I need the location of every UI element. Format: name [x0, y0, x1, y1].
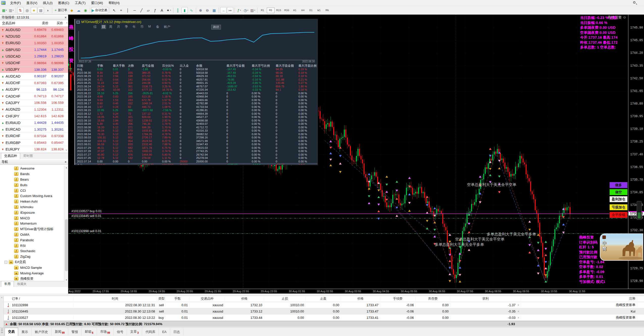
nav-item-Bulls[interactable]: ƒBulls — [0, 182, 68, 188]
bottom-tab-邮箱[interactable]: 邮箱6 — [82, 328, 97, 336]
nav-item-Stochastic[interactable]: ƒStochastic — [0, 248, 68, 254]
mw-row-USDJPY[interactable]: ▲USDJPY138.336138.337 — [0, 66, 68, 73]
cursor-button[interactable]: ↖ — [111, 7, 117, 13]
trendline-button[interactable]: ╱ — [138, 7, 145, 13]
stats-row-2022.08.11[interactable]: 2022.08.1119.055.25321828.691.90 %044527… — [75, 115, 317, 119]
orders-column-时间[interactable]: 时间 — [73, 297, 157, 301]
fibonacci-button[interactable]: ƒ — [152, 7, 158, 13]
scrollbar-thumb[interactable] — [65, 219, 68, 271]
stats-menu-季[interactable]: 季 — [125, 25, 128, 29]
orders-column-手续费[interactable]: 手续费 — [380, 297, 416, 301]
nav-item-ZigZag[interactable]: ƒZigZag — [0, 254, 68, 259]
channel-button[interactable]: ▱ — [145, 7, 151, 13]
close-icon[interactable]: × — [65, 15, 67, 19]
candlestick-button[interactable]: ▮ — [182, 7, 188, 13]
stats-row-2022.07.27[interactable]: 2022.07.2745.805.124761464.905.80 %02674… — [75, 153, 317, 157]
stats-row-2022.08.26[interactable]: 2022.08.264.210.64141256.660.52 %049257.… — [75, 78, 317, 82]
nav-item-Parabolic[interactable]: ƒParabolic — [0, 237, 68, 243]
stats-menu-币[interactable]: 币 — [140, 25, 144, 29]
search-icon[interactable] — [633, 1, 635, 4]
mw-row-EURGBP[interactable]: ▼EURGBP0.854430.85447 — [0, 139, 68, 146]
stats-row-2022.07.26[interactable]: 2022.07.2612.785.12132278.041.11 %025278… — [75, 156, 317, 160]
timeframe-W1[interactable]: W1 — [315, 8, 323, 13]
mw-row-EURJPY[interactable]: ▼EURJPY138.824138.824 — [0, 146, 68, 153]
close-position-icon[interactable]: × — [518, 316, 519, 320]
mw-tab-交易品种[interactable]: 交易品种 — [1, 153, 20, 159]
stats-menu-年[interactable]: 年 — [133, 25, 136, 29]
chart-area[interactable]: XAUUSD,M5 #101133527 buy 0.01#101133445 … — [68, 15, 644, 294]
bottom-tab-新闻[interactable]: 新闻99 — [51, 328, 68, 336]
stats-row-2022.07.28[interactable]: 2022.07.2837.075.124151000.313.74 %02774… — [75, 150, 317, 153]
nav-item-Bands[interactable]: ƒBands — [0, 171, 68, 177]
nav-item-Moving Average[interactable]: ◈Moving Average — [0, 270, 68, 276]
mtdriver-stats-panel[interactable]: MTDriver统计 ,V3.12 (http://mtdriver.cn) 综… — [74, 19, 318, 165]
close-icon[interactable]: × — [65, 160, 67, 164]
arrows-button[interactable]: ✦▾ — [166, 7, 172, 13]
tile-windows-button[interactable]: ▦ — [211, 7, 217, 13]
new-chart-button[interactable]: ▦▾ — [1, 7, 8, 13]
signals-button[interactable]: ◉ — [82, 7, 89, 13]
stats-menu-M[interactable]: M — [148, 25, 151, 28]
mw-row-CADJPY[interactable]: ▼CADJPY106.556106.559 — [0, 100, 68, 106]
stats-row-2022.08.09[interactable]: 2022.08.095.390.45206746.351.79 %042459.… — [75, 122, 317, 126]
line-chart-button[interactable]: ∿ — [188, 7, 195, 13]
stats-row-2022.08.30[interactable]: 2022.08.308.301.28155389.250.78 %050018.… — [75, 71, 317, 75]
timeframe-H4[interactable]: H4 — [299, 8, 307, 13]
orders-column-止盈[interactable]: 止盈 — [306, 297, 341, 301]
nav-item-Heiken Ashi[interactable]: ƒHeiken Ashi — [0, 199, 68, 204]
nav-item-Custom Moving Avera[interactable]: ƒCustom Moving Avera — [0, 193, 68, 199]
orders-column-止损[interactable]: 止损 — [264, 297, 306, 301]
orders-column-手数[interactable]: 手数 — [166, 297, 190, 301]
nav-item-iExposure[interactable]: ƒiExposure — [0, 210, 68, 215]
indicators-button[interactable]: ◆ — [69, 7, 75, 13]
nav-item-EA交易[interactable]: −◈EA交易 — [0, 259, 68, 265]
orders-column-库存费[interactable]: 库存费 — [416, 297, 450, 301]
strategy-tester-toggle[interactable]: ◑ — [44, 7, 51, 13]
stats-row-2022.08.23[interactable]: 2022.08.2322.4610.001126777.3116.76 %047… — [75, 88, 317, 92]
trade-button-盈利加仓[interactable]: 盈利加仓 — [609, 196, 628, 202]
panel-resize-strip[interactable] — [0, 294, 644, 296]
nav-item-MTDriver盈亏统计指标[interactable]: ƒMTDriver盈亏统计指标 — [0, 226, 68, 232]
time-axis[interactable]: 29 Aug 202229 Aug 17:5529 Aug 18:5529 Au… — [68, 289, 644, 294]
trade-button-做空[interactable]: 做空 — [609, 189, 628, 195]
stats-row-2022.08.03[interactable]: 2022.08.03100.315.128022726.177.89 %0372… — [75, 136, 317, 139]
stats-row-2022.08.10[interactable]: 2022.08.1015.662.843521239.512.92 %04369… — [75, 119, 317, 123]
mw-row-USDCHF[interactable]: ▼USDCHF0.969940.96998 — [0, 60, 68, 66]
stats-row-2022.08.25[interactable]: 2022.08.2511.232.56119244.080.50 %049001… — [75, 81, 317, 85]
scroll-up-icon[interactable]: ˄ — [66, 21, 68, 24]
stats-menu-综[interactable]: 综 — [93, 25, 97, 29]
profiles-button[interactable]: ▥▾ — [8, 7, 14, 13]
mw-row-NZDUSD[interactable]: ▼NZDUSD0.618640.61868 — [0, 33, 68, 40]
mw-row-AUDJPY[interactable]: ▲AUDJPY96.11596.124 — [0, 86, 68, 93]
nav-item-RSI[interactable]: ƒRSI — [0, 243, 68, 248]
navigator-scrollbar[interactable]: ▲ ▼ — [64, 166, 68, 282]
autotrading-button[interactable]: ▶自动交易 — [91, 7, 108, 13]
market-watch-toggle[interactable]: ⇅ — [17, 7, 23, 13]
stats-row-2022.08.15[interactable]: 2022.08.1522.055.25396-3377.58-7.56 %041… — [75, 109, 317, 112]
timeframe-M15[interactable]: M15 — [275, 8, 282, 13]
mw-row-AUDUSD[interactable]: ▼AUDUSD0.694780.69483 — [0, 27, 68, 33]
scroll-down-icon[interactable]: ▼ — [64, 278, 68, 282]
nav-item-CCI[interactable]: ƒCCI — [0, 188, 68, 193]
mw-row-GBPUSD[interactable]: ▲GBPUSD1.174441.17445 — [0, 46, 68, 53]
bottom-tab-账户历史[interactable]: 账户历史 — [32, 328, 51, 336]
bottom-tab-展示[interactable]: 展示 — [18, 328, 32, 336]
new-order-button[interactable]: ＋新订单 — [54, 7, 68, 13]
scroll-up-icon[interactable]: ▲ — [64, 166, 68, 170]
mw-row-EURCHF[interactable]: ▼EURCHF0.973340.97338 — [0, 133, 68, 139]
navigator-toggle[interactable]: ★ — [31, 7, 37, 13]
mw-row-AUDCAD[interactable]: ▲AUDCAD0.901970.90207 — [0, 73, 68, 80]
stats-row-2022.08.05[interactable]: 2022.08.0545.045.126701933.814.95 %04101… — [75, 129, 317, 133]
mw-row-EURAUD[interactable]: ▲EURAUD1.444281.44435 — [0, 119, 68, 126]
zoom-out-button[interactable]: ⊖ — [204, 7, 211, 13]
bottom-tab-警报[interactable]: 警报 — [68, 328, 82, 336]
bar-chart-button[interactable]: ║ — [175, 7, 181, 13]
mw-row-EURUSD[interactable]: ▼EURUSD1.003501.00353 — [0, 40, 68, 46]
close-position-icon[interactable]: × — [518, 310, 519, 313]
order-row-101133445[interactable]: 1011334452022.08.30 12:13:08sell0.01xauu… — [4, 308, 644, 315]
timeframe-D1[interactable]: D1 — [307, 8, 315, 13]
order-row-101132898[interactable]: 1011328982022.08.30 12:11:31sell0.01xauu… — [4, 302, 644, 308]
menu-帮助(H)[interactable]: 帮助(H) — [106, 0, 122, 6]
stats-row-2022.08.29[interactable]: 2022.08.298.192.56198371.520.75 %049629.… — [75, 75, 317, 78]
orders-column-价格[interactable]: 价格 — [225, 297, 264, 301]
